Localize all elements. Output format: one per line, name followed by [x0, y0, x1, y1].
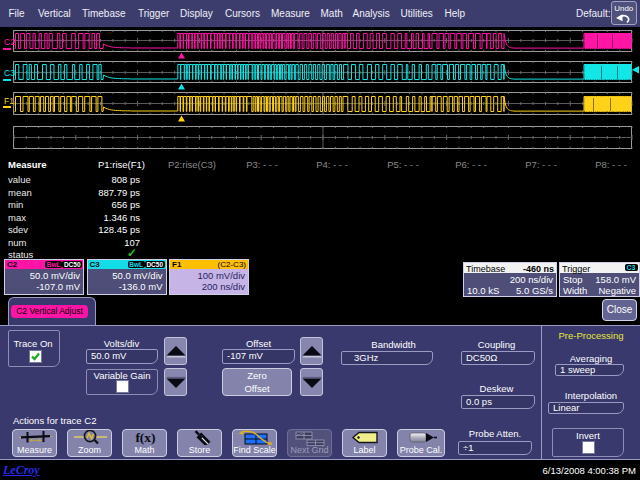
svg-text:f(x): f(x): [135, 430, 155, 445]
